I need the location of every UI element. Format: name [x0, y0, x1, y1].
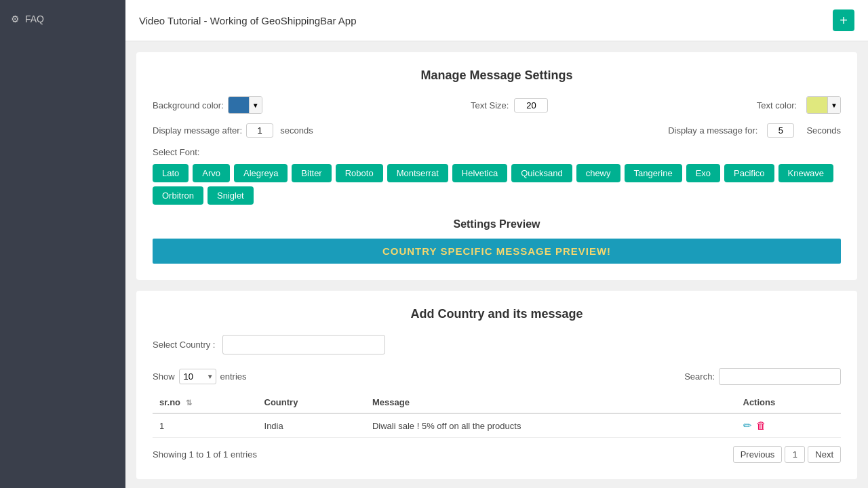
font-btn-sniglet[interactable]: Sniglet — [208, 186, 254, 205]
add-country-title: Add Country and its message — [153, 307, 841, 321]
add-button[interactable]: + — [833, 9, 854, 31]
sort-icon-srno[interactable]: ⇅ — [186, 399, 192, 407]
manage-settings-card: Manage Message Settings Background color… — [136, 52, 857, 280]
table-header: sr.no ⇅ Country Message Actions — [153, 392, 841, 413]
font-btn-helvetica[interactable]: Helvetica — [452, 164, 507, 182]
display-for-group: Display a message for: Seconds — [668, 123, 841, 138]
pagination: Previous 1 Next — [733, 446, 841, 463]
cell-country: India — [258, 413, 366, 438]
font-buttons-container: LatoArvoAlegreyaBitterRobotoMontserratHe… — [153, 164, 841, 205]
font-btn-arvo[interactable]: Arvo — [193, 164, 230, 182]
table-controls: Show ▼ entries Search: — [153, 368, 841, 385]
display-for-input[interactable] — [767, 123, 794, 138]
col-actions: Actions — [736, 392, 842, 413]
showing-text: Showing 1 to 1 of 1 entries — [153, 449, 257, 460]
edit-icon[interactable]: ✏ — [743, 420, 752, 432]
text-color-swatch — [807, 97, 827, 113]
font-btn-bitter[interactable]: Bitter — [292, 164, 331, 182]
cell-message: Diwali sale ! 5% off on all the products — [366, 413, 736, 438]
select-country-input[interactable] — [222, 335, 385, 354]
display-after-input[interactable] — [246, 123, 273, 138]
cell-actions: ✏ 🗑 — [736, 413, 842, 438]
search-label: Search: — [684, 371, 715, 382]
font-btn-orbitron[interactable]: Orbitron — [153, 186, 203, 205]
table-footer: Showing 1 to 1 of 1 entries Previous 1 N… — [153, 446, 841, 463]
display-after-unit: seconds — [280, 125, 313, 136]
font-btn-knewave[interactable]: Knewave — [778, 164, 833, 182]
font-btn-chewy[interactable]: chewy — [576, 164, 620, 182]
top-bar: Video Tutorial - Working of GeoShippingB… — [125, 0, 868, 41]
text-size-label: Text Size: — [471, 100, 509, 110]
font-btn-quicksand[interactable]: Quicksand — [511, 164, 572, 182]
settings-row-1: Background color: ▼ Text Size: Text colo… — [153, 96, 841, 114]
search-wrap: Search: — [684, 368, 841, 385]
settings-preview-title: Settings Preview — [153, 218, 841, 230]
select-font-label: Select Font: — [153, 147, 841, 157]
bg-color-picker[interactable]: ▼ — [228, 96, 262, 114]
gear-icon: ⚙ — [11, 14, 20, 24]
text-color-label: Text color: — [757, 100, 797, 110]
bg-color-label: Background color: — [153, 100, 224, 110]
text-color-picker[interactable]: ▼ — [806, 96, 841, 114]
text-color-arrow[interactable]: ▼ — [827, 97, 840, 113]
bg-color-arrow[interactable]: ▼ — [249, 97, 262, 113]
display-for-unit: Seconds — [806, 125, 841, 136]
col-country: Country — [258, 392, 366, 413]
main-content: Video Tutorial - Working of GeoShippingB… — [125, 0, 868, 488]
text-size-group: Text Size: — [262, 98, 757, 113]
search-input[interactable] — [719, 368, 841, 385]
display-for-label: Display a message for: — [668, 125, 757, 136]
previous-button[interactable]: Previous — [733, 446, 783, 463]
display-after-label: Display message after: — [153, 125, 242, 136]
text-size-input[interactable] — [514, 98, 548, 113]
font-btn-lato[interactable]: Lato — [153, 164, 189, 182]
entries-input[interactable] — [179, 369, 216, 384]
page-number: 1 — [785, 446, 805, 463]
country-table: sr.no ⇅ Country Message Actions 1 — [153, 392, 841, 438]
font-btn-pacifico[interactable]: Pacifico — [724, 164, 774, 182]
show-label: Show — [153, 371, 175, 382]
delete-icon[interactable]: 🗑 — [756, 420, 766, 432]
font-btn-tangerine[interactable]: Tangerine — [625, 164, 682, 182]
font-btn-alegreya[interactable]: Alegreya — [234, 164, 288, 182]
page-title: Video Tutorial - Working of GeoShippingB… — [139, 15, 356, 26]
cell-srno: 1 — [153, 413, 258, 438]
next-button[interactable]: Next — [808, 446, 841, 463]
select-country-row: Select Country : — [153, 335, 841, 354]
sidebar-item-faq[interactable]: ⚙ FAQ — [0, 7, 125, 31]
settings-row-2: Display message after: seconds Display a… — [153, 123, 841, 138]
show-entries-group: Show ▼ entries — [153, 369, 247, 384]
table-body: 1 India Diwali sale ! 5% off on all the … — [153, 413, 841, 438]
manage-settings-title: Manage Message Settings — [153, 68, 841, 83]
col-srno: sr.no ⇅ — [153, 392, 258, 413]
font-btn-montserrat[interactable]: Montserrat — [387, 164, 448, 182]
select-country-label: Select Country : — [153, 340, 216, 350]
text-color-group: Text color: ▼ — [757, 96, 841, 114]
entries-select-wrap: ▼ — [179, 369, 216, 384]
font-btn-roboto[interactable]: Roboto — [336, 164, 383, 182]
sidebar: ⚙ FAQ — [0, 0, 125, 488]
add-country-card: Add Country and its message Select Count… — [136, 291, 857, 479]
entries-label: entries — [220, 371, 247, 382]
col-message: Message — [366, 392, 736, 413]
font-section: Select Font: LatoArvoAlegreyaBitterRobot… — [153, 147, 841, 205]
table-row: 1 India Diwali sale ! 5% off on all the … — [153, 413, 841, 438]
preview-bar: COUNTRY SPECIFIC MESSAGE PREVIEW! — [153, 239, 841, 264]
sidebar-item-faq-label: FAQ — [25, 14, 44, 24]
bg-color-swatch — [229, 97, 249, 113]
font-btn-exo[interactable]: Exo — [686, 164, 720, 182]
